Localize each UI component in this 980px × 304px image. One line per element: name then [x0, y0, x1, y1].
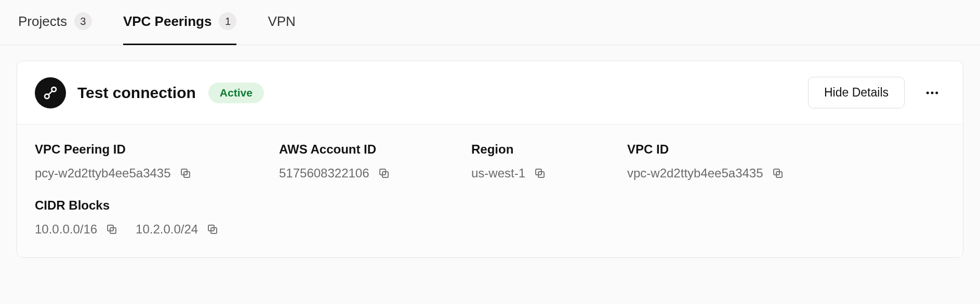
tab-projects[interactable]: Projects 3 — [18, 0, 92, 45]
cidr-value: 10.2.0.0/24 — [136, 222, 198, 237]
tab-label: VPC Peerings — [123, 13, 212, 30]
field-label: AWS Account ID — [279, 142, 471, 157]
connection-title: Test connection — [77, 84, 196, 102]
field-label: Region — [471, 142, 627, 157]
field-label: VPC Peering ID — [35, 142, 279, 157]
more-options-button[interactable] — [919, 80, 945, 106]
copy-account-id-button[interactable] — [377, 166, 391, 181]
copy-icon — [534, 167, 546, 179]
field-vpc-id: VPC ID vpc-w2d2ttyb4ee5a3435 — [627, 142, 945, 181]
field-value: vpc-w2d2ttyb4ee5a3435 — [627, 166, 763, 181]
field-region: Region us-west-1 — [471, 142, 627, 181]
copy-icon — [378, 167, 390, 179]
cidr-value: 10.0.0.0/16 — [35, 222, 97, 237]
copy-icon — [179, 167, 192, 179]
tab-count-badge: 3 — [74, 12, 92, 30]
tab-vpn[interactable]: VPN — [268, 1, 295, 45]
peering-card: Test connection Active Hide Details VPC … — [17, 61, 963, 258]
more-horizontal-icon — [924, 85, 940, 101]
svg-point-3 — [926, 91, 929, 94]
tab-label: Projects — [18, 13, 67, 30]
svg-point-5 — [935, 91, 938, 94]
field-account-id: AWS Account ID 5175608322106 — [279, 142, 471, 181]
svg-line-2 — [48, 91, 52, 94]
details-panel: VPC Peering ID pcy-w2d2ttyb4ee5a3435 AWS… — [17, 124, 963, 257]
copy-cidr-button[interactable] — [205, 222, 220, 237]
tab-label: VPN — [268, 13, 295, 30]
copy-peering-id-button[interactable] — [178, 166, 193, 181]
copy-region-button[interactable] — [533, 166, 547, 181]
copy-vpc-id-button[interactable] — [771, 166, 785, 181]
field-peering-id: VPC Peering ID pcy-w2d2ttyb4ee5a3435 — [35, 142, 279, 181]
connection-icon — [35, 77, 66, 108]
tab-vpc-peerings[interactable]: VPC Peerings 1 — [123, 0, 237, 45]
status-badge: Active — [208, 82, 264, 103]
field-value: us-west-1 — [471, 166, 525, 181]
field-label: CIDR Blocks — [35, 198, 945, 213]
hide-details-button[interactable]: Hide Details — [808, 77, 905, 108]
field-value: 5175608322106 — [279, 166, 369, 181]
copy-icon — [206, 223, 219, 236]
copy-icon — [105, 223, 118, 236]
tab-count-badge: 1 — [219, 12, 236, 30]
field-label: VPC ID — [627, 142, 945, 157]
copy-icon — [772, 167, 784, 179]
card-header: Test connection Active Hide Details — [17, 61, 963, 124]
copy-cidr-button[interactable] — [104, 222, 119, 237]
field-cidr-blocks: CIDR Blocks 10.0.0.0/16 10.2.0.0/24 — [35, 198, 945, 237]
field-value: pcy-w2d2ttyb4ee5a3435 — [35, 166, 171, 181]
svg-point-4 — [931, 91, 934, 94]
tab-bar: Projects 3 VPC Peerings 1 VPN — [0, 0, 980, 45]
